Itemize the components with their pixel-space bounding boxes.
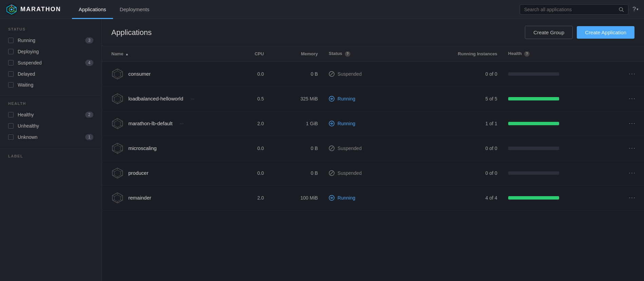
tab-applications[interactable]: Applications [72, 0, 113, 19]
app-name-cell: microscaling [111, 142, 225, 154]
svg-line-12 [121, 76, 123, 76]
running-status-icon [329, 96, 335, 102]
main-layout: STATUS Running 3 Deploying Suspended 4 D… [0, 19, 644, 281]
app-name-text[interactable]: remainder [128, 195, 151, 201]
th-name[interactable]: Name ▲ [102, 46, 231, 61]
app-name-cell: consumer [111, 68, 225, 80]
td-actions: ··· [621, 111, 644, 136]
table-row: producer 0.0 0 B Suspended 0 of 0 ··· [102, 161, 644, 185]
app-name-text[interactable]: producer [128, 170, 148, 176]
healthy-checkbox[interactable] [8, 112, 14, 117]
td-cpu: 0.5 [231, 86, 269, 111]
unknown-label: Unknown [18, 134, 81, 140]
sidebar-item-unhealthy[interactable]: Unhealthy [0, 120, 102, 131]
status-cell: Suspended [329, 71, 401, 77]
svg-marker-47 [114, 170, 121, 177]
logo-area: MARATHON [5, 3, 61, 16]
td-actions: ··· [621, 61, 644, 86]
unknown-badge: 1 [85, 134, 93, 140]
sidebar-item-deploying[interactable]: Deploying [0, 46, 102, 57]
health-bar [508, 196, 559, 200]
search-icon [619, 7, 624, 12]
row-more-button[interactable]: ··· [626, 168, 639, 178]
app-name-text[interactable]: microscaling [128, 145, 157, 151]
td-memory: 100 MiB [269, 185, 323, 210]
running-badge: 3 [85, 37, 93, 43]
td-memory: 0 B [269, 161, 323, 185]
td-health [503, 111, 621, 136]
sidebar-item-healthy[interactable]: Healthy 2 [0, 109, 102, 120]
app-icon [111, 167, 124, 179]
td-health [503, 185, 621, 210]
row-more-button[interactable]: ··· [626, 94, 639, 104]
table-row: loadbalanced-helloworld ··· 0.5 325 MiB … [102, 86, 644, 111]
unknown-checkbox[interactable] [8, 134, 14, 140]
sidebar-item-suspended[interactable]: Suspended 4 [0, 57, 102, 69]
create-application-button[interactable]: Create Application [577, 26, 634, 39]
suspended-status-icon [329, 170, 335, 176]
waiting-checkbox[interactable] [8, 82, 14, 88]
svg-point-35 [329, 121, 334, 126]
th-health[interactable]: Health ? [503, 46, 621, 61]
td-status: Running [323, 86, 407, 111]
sidebar-item-unknown[interactable]: Unknown 1 [0, 131, 102, 143]
running-checkbox[interactable] [8, 38, 14, 43]
td-cpu: 2.0 [231, 185, 269, 210]
suspended-checkbox[interactable] [8, 60, 14, 65]
app-name-text[interactable]: loadbalanced-helloworld [128, 96, 183, 101]
sidebar-item-running[interactable]: Running 3 [0, 35, 102, 46]
app-name-cell: marathon-lb-default ··· [111, 117, 225, 130]
tab-deployments[interactable]: Deployments [113, 0, 157, 19]
content-header: Applications Create Group Create Applica… [102, 19, 644, 46]
health-help-icon[interactable]: ? [524, 51, 530, 57]
help-button[interactable]: ? ▾ [632, 6, 639, 13]
health-bar [508, 171, 559, 175]
sidebar-item-delayed[interactable]: Delayed [0, 69, 102, 79]
svg-line-11 [121, 72, 123, 73]
td-actions: ··· [621, 185, 644, 210]
svg-line-25 [112, 96, 114, 97]
svg-line-33 [112, 126, 114, 126]
search-box [520, 4, 628, 15]
svg-line-39 [121, 146, 123, 147]
status-text: Running [337, 96, 355, 101]
status-cell: Running [329, 96, 401, 102]
app-icon [111, 93, 124, 105]
create-group-button[interactable]: Create Group [525, 26, 573, 39]
health-bar [508, 97, 559, 100]
svg-line-17 [330, 73, 333, 75]
running-status-icon [329, 120, 335, 127]
th-cpu[interactable]: CPU [231, 46, 269, 61]
status-section-title: STATUS [0, 27, 102, 35]
svg-point-2 [11, 8, 13, 11]
row-more-button[interactable]: ··· [626, 69, 639, 79]
sidebar-divider-2 [0, 148, 102, 149]
row-more-button[interactable]: ··· [626, 193, 639, 203]
th-status[interactable]: Status ? [323, 46, 407, 61]
row-more-button[interactable]: ··· [626, 143, 639, 153]
app-name-text[interactable]: consumer [128, 71, 151, 77]
sidebar-item-waiting[interactable]: Waiting [0, 79, 102, 90]
status-help-icon[interactable]: ? [345, 51, 350, 57]
status-text: Suspended [337, 170, 362, 176]
search-input[interactable] [524, 7, 616, 12]
deploying-label: Deploying [18, 49, 93, 54]
delayed-checkbox[interactable] [8, 71, 14, 77]
svg-point-6 [619, 7, 623, 11]
row-more-button[interactable]: ··· [626, 118, 639, 128]
app-name-text[interactable]: marathon-lb-default [128, 120, 172, 126]
svg-line-14 [112, 76, 114, 76]
th-memory[interactable]: Memory [269, 46, 323, 61]
delayed-label: Delayed [18, 71, 93, 77]
status-cell: Running [329, 195, 401, 201]
sidebar-divider-1 [0, 96, 102, 96]
table-row: marathon-lb-default ··· 2.0 1 GiB Runnin… [102, 111, 644, 136]
waiting-label: Waiting [18, 82, 93, 88]
status-text: Running [337, 121, 355, 126]
svg-line-50 [121, 175, 123, 175]
unhealthy-checkbox[interactable] [8, 123, 14, 129]
svg-line-30 [121, 121, 123, 122]
td-status: Suspended [323, 161, 407, 185]
deploying-checkbox[interactable] [8, 49, 14, 54]
th-running-instances[interactable]: Running Instances [407, 46, 503, 61]
